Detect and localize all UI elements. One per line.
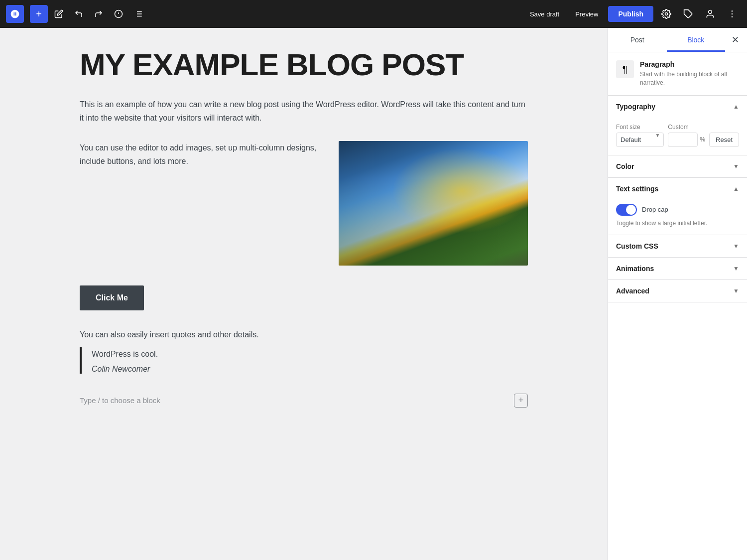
animations-chevron-down-icon: ▼	[733, 265, 739, 272]
text-settings-panel-header[interactable]: Text settings ▲	[608, 178, 747, 200]
typography-panel-content: Font size Default Small Medium Large ▼ C…	[608, 124, 747, 155]
toolbar-right: Save draft Preview Publish	[524, 5, 741, 23]
user-button[interactable]	[701, 5, 719, 23]
publish-button[interactable]: Publish	[608, 6, 653, 22]
sidebar-tabs: Post Block ✕	[608, 28, 747, 52]
block-description: Start with the building block of all nar…	[640, 70, 739, 87]
advanced-chevron-down-icon: ▼	[733, 287, 739, 294]
svg-point-11	[709, 10, 712, 14]
typography-section: Typography ▲ Font size Default Small Med…	[608, 96, 747, 155]
undo-button[interactable]	[70, 5, 88, 23]
text-settings-section: Text settings ▲ Drop cap Toggle to show …	[608, 178, 747, 235]
main-layout: MY EXAMPLE BLOG POST This is an example …	[0, 28, 747, 560]
drop-cap-row: Drop cap	[616, 204, 739, 216]
quote-text: WordPress is cool.	[92, 347, 528, 361]
toolbar-left: +	[6, 5, 147, 23]
block-name: Paragraph	[640, 60, 739, 68]
click-me-button[interactable]: Click Me	[80, 285, 144, 310]
svg-point-14	[732, 16, 733, 18]
tab-block[interactable]: Block	[667, 28, 726, 52]
custom-css-title: Custom CSS	[616, 242, 658, 250]
new-block-placeholder: Type / to choose a block	[80, 396, 160, 405]
paragraph-2[interactable]: You can use the editor to add images, se…	[80, 141, 319, 168]
text-settings-title: Text settings	[616, 185, 658, 193]
font-size-label: Font size	[616, 124, 664, 131]
redo-button[interactable]	[90, 5, 108, 23]
typography-panel-header[interactable]: Typography ▲	[608, 96, 747, 118]
toggle-knob	[626, 205, 636, 215]
quotes-intro: You can also easily insert quotes and ot…	[80, 330, 528, 339]
more-options-button[interactable]	[723, 5, 741, 23]
paragraph-icon: ¶	[616, 60, 634, 78]
toolbar: +	[0, 0, 747, 28]
add-block-inline-button[interactable]: +	[514, 394, 528, 408]
animations-section: Animations ▼	[608, 258, 747, 280]
tab-post[interactable]: Post	[608, 28, 667, 52]
info-button[interactable]	[110, 5, 127, 23]
font-size-select[interactable]: Default Small Medium Large	[616, 133, 664, 147]
settings-button[interactable]	[657, 5, 675, 23]
custom-css-chevron-down-icon: ▼	[733, 243, 739, 250]
drop-cap-toggle[interactable]	[616, 204, 637, 216]
color-chevron-down-icon: ▼	[733, 163, 739, 170]
new-block-area[interactable]: Type / to choose a block +	[80, 390, 528, 412]
typography-chevron-up-icon: ▲	[733, 103, 739, 110]
post-title[interactable]: MY EXAMPLE BLOG POST	[80, 48, 528, 82]
editor-content: MY EXAMPLE BLOG POST This is an example …	[80, 48, 528, 540]
blockquote: WordPress is cool. Colin Newcomer	[80, 347, 528, 374]
animations-panel-header[interactable]: Animations ▼	[608, 258, 747, 280]
text-settings-panel-content: Drop cap Toggle to show a large initial …	[608, 204, 747, 235]
wp-logo	[6, 5, 24, 23]
typography-title: Typography	[616, 103, 655, 111]
editor-area[interactable]: MY EXAMPLE BLOG POST This is an example …	[0, 28, 608, 560]
font-size-row: Font size Default Small Medium Large ▼ C…	[616, 124, 739, 147]
color-panel-header[interactable]: Color ▼	[608, 155, 747, 177]
block-info-text: Paragraph Start with the building block …	[640, 60, 739, 87]
custom-label: Custom	[668, 124, 705, 131]
two-col-section: You can use the editor to add images, se…	[80, 141, 528, 266]
advanced-panel-header[interactable]: Advanced ▼	[608, 280, 747, 302]
font-size-select-wrapper: Font size Default Small Medium Large ▼	[616, 124, 664, 147]
mountain-image[interactable]	[339, 141, 528, 266]
save-draft-button[interactable]: Save draft	[524, 7, 565, 21]
sidebar: Post Block ✕ ¶ Paragraph Start with the …	[608, 28, 747, 560]
svg-point-9	[665, 13, 668, 15]
preview-button[interactable]: Preview	[569, 7, 604, 21]
advanced-section: Advanced ▼	[608, 280, 747, 302]
list-view-button[interactable]	[129, 5, 147, 23]
sidebar-close-button[interactable]: ✕	[725, 30, 745, 50]
percent-sign: %	[700, 136, 705, 143]
color-section: Color ▼	[608, 155, 747, 178]
post-paragraph-1[interactable]: This is an example of how you can write …	[80, 98, 528, 125]
custom-font-size-input[interactable]	[668, 133, 698, 147]
advanced-title: Advanced	[616, 287, 649, 295]
custom-css-panel-header[interactable]: Custom CSS ▼	[608, 235, 747, 257]
plugin-button[interactable]	[679, 5, 697, 23]
text-settings-chevron-up-icon: ▲	[733, 185, 739, 192]
block-info: ¶ Paragraph Start with the building bloc…	[608, 52, 747, 96]
drop-cap-label: Drop cap	[642, 206, 668, 213]
edit-mode-button[interactable]	[50, 5, 68, 23]
custom-input-wrapper: Custom %	[668, 124, 705, 147]
color-title: Color	[616, 162, 634, 170]
animations-title: Animations	[616, 265, 654, 273]
svg-point-12	[732, 10, 733, 12]
drop-cap-hint: Toggle to show a large initial letter.	[616, 220, 739, 227]
add-block-toolbar-button[interactable]: +	[30, 5, 48, 23]
svg-point-13	[732, 13, 733, 15]
quote-author: Colin Newcomer	[92, 365, 528, 374]
custom-css-section: Custom CSS ▼	[608, 235, 747, 258]
reset-button[interactable]: Reset	[709, 133, 739, 147]
